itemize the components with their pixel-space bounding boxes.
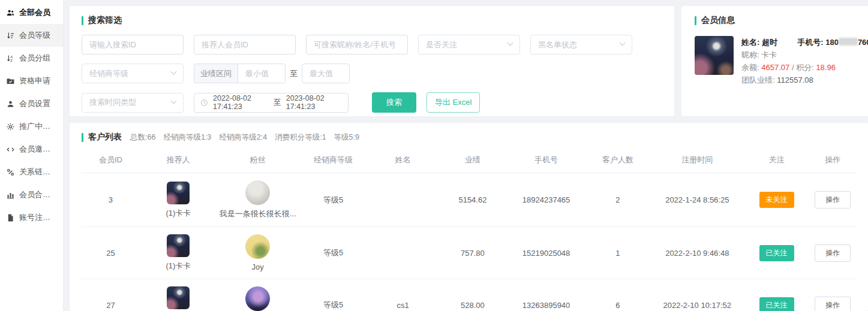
title-accent-bar [82,133,83,142]
cell-action: 操作 [809,227,856,279]
dealer-level-placeholder: 经销商等级 [89,68,128,79]
search-id-input[interactable] [89,40,176,49]
filter-row-3: 搜索时间类型 2022-08-02 17:41:23 至 2023-08-02 … [82,92,662,113]
phone-suffix: 7601 [858,38,868,47]
customer-list-stats: 总数:66经销商等级1:3经销商等级2:4消费积分等级:1等级5:9 [130,132,359,143]
filter-panel-title: 搜索筛选 [82,15,662,26]
cell-dealer-level: 等级5 [298,227,368,279]
column-header: 客户人数 [585,149,651,173]
range-max-input[interactable] [310,69,342,78]
link-icon [6,168,15,177]
sidebar: 全部会员会员等级AZ会员分组资格申请会员设置推广中心设置会员邀请码关系链修改记录… [0,0,64,311]
list-panel-title: 客户列表 [82,132,122,143]
sidebar-item-8[interactable]: 会员合并记录 [0,183,63,206]
performance-range-group: 业绩区间 至 [194,64,350,83]
nickname-search-input[interactable] [314,40,400,49]
sidebar-item-label: 资格申请 [19,76,50,86]
member-info-body: 姓名: 超时 手机号: 1807601 昵称: 卡卡 余额: 4657 [695,36,868,86]
follow-status-badge: 未关注 [759,192,794,208]
table-row: 3(1)卡卡我是一条很长很长很...等级55154.62189242374652… [82,173,856,227]
fan-name: 我是一条很长很长很... [220,209,296,219]
filter-title-text: 搜索筛选 [88,15,122,26]
sort-level-icon [6,31,15,40]
row-action-button[interactable]: 操作 [815,244,851,262]
svg-text:Z: Z [10,59,13,62]
fan-avatar [245,286,270,311]
sidebar-item-label: 会员合并记录 [19,189,57,200]
cell-customers: 1 [585,227,651,279]
column-header: 姓名 [368,149,438,173]
main-content: 搜索筛选 是否关注 [64,0,868,311]
member-avatar [695,36,734,75]
blacklist-status-select[interactable]: 黑名单状态 [530,35,632,55]
cell-referrer: (1)卡卡 [140,227,217,279]
points-value: 18.96 [816,63,836,72]
sidebar-item-3[interactable]: 资格申请 [0,70,63,92]
member-team-line: 团队业绩: 112557.08 [741,74,868,86]
date-end-value: 2023-08-02 17:41:23 [286,94,342,111]
referrer-id-input[interactable] [202,40,288,49]
column-header: 经销商等级 [298,149,368,173]
search-filter-panel: 搜索筛选 是否关注 [70,6,674,116]
cell-fan: 我是一条很长很长很... [217,173,299,227]
cell-performance: 757.80 [438,227,507,279]
column-header: 操作 [809,149,856,173]
cell-member-id: 3 [82,173,140,227]
cell-reg-time: 2022-1-24 8:56:25 [651,173,744,227]
member-name-phone-line: 姓名: 超时 手机号: 1807601 [741,36,868,49]
sidebar-item-label: 会员邀请码 [19,144,57,155]
row-action-button[interactable]: 操作 [815,297,851,311]
top-row: 搜索筛选 是否关注 [70,6,868,116]
sidebar-item-4[interactable]: 会员设置 [0,92,63,115]
sidebar-item-7[interactable]: 关系链修改记录 [0,161,63,183]
list-stat: 等级5:9 [334,132,359,143]
cell-name: cs1 [368,279,438,311]
time-type-select[interactable]: 搜索时间类型 [82,93,184,113]
time-type-placeholder: 搜索时间类型 [89,97,136,108]
follow-status-badge: 已关注 [759,297,794,311]
date-to-label: 至 [274,98,281,108]
sidebar-item-2[interactable]: AZ会员分组 [0,47,63,70]
referrer-avatar [167,234,190,257]
sidebar-item-5[interactable]: 推广中心设置 [0,115,63,138]
file-icon [6,213,15,222]
search-id-input-wrap [82,35,184,55]
sidebar-item-9[interactable]: 账号注销管理 [0,206,63,229]
column-header: 会员ID [82,149,140,173]
person-icon [6,99,15,108]
customer-table: 会员ID推荐人粉丝经销商等级姓名业绩手机号客户人数注册时间关注操作 3(1)卡卡… [82,149,856,311]
member-info-panel: 会员信息 姓名: 超时 手机号: 1807601 昵称: [681,6,868,116]
sidebar-item-label: 会员分组 [19,53,50,64]
title-accent-bar [82,16,83,25]
row-action-button[interactable]: 操作 [815,191,851,209]
date-range-picker[interactable]: 2022-08-02 17:41:23 至 2023-08-02 17:41:2… [194,93,349,113]
search-button[interactable]: 搜索 [372,92,416,113]
sort-alpha-icon: AZ [6,54,15,63]
nickname-search-input-wrap [306,35,408,55]
export-excel-button[interactable]: 导出 Excel [427,92,480,113]
sidebar-item-label: 关系链修改记录 [19,167,57,177]
table-header-row: 会员ID推荐人粉丝经销商等级姓名业绩手机号客户人数注册时间关注操作 [82,149,856,173]
cell-member-id: 25 [82,227,140,279]
column-header: 手机号 [507,149,585,173]
list-title-text: 客户列表 [88,132,122,143]
sidebar-item-0[interactable]: 全部会员 [0,1,63,24]
title-accent-bar [695,16,696,25]
referrer-id-input-wrap [194,35,296,55]
cell-follow: 已关注 [744,227,810,279]
follow-status-select[interactable]: 是否关注 [418,35,520,55]
balance-value: 4657.07 [761,63,789,72]
table-row: 25(1)卡卡Joy等级5757.801521902504812022-2-10… [82,227,856,279]
phone-prefix: 180 [825,38,839,47]
cell-performance: 5154.62 [438,173,507,227]
sidebar-item-1[interactable]: 会员等级 [0,24,63,47]
sidebar-item-label: 会员等级 [19,30,50,41]
referrer-avatar [167,182,190,204]
range-min-input[interactable] [245,69,278,78]
cell-fan: Lazy Cat [217,279,299,311]
phone-redacted-blur [839,38,858,46]
cell-reg-time: 2022-2-10 9:46:48 [651,227,744,279]
dealer-level-select[interactable]: 经销商等级 [82,64,184,83]
fan-name: Joy [252,262,264,271]
sidebar-item-6[interactable]: 会员邀请码 [0,138,63,161]
